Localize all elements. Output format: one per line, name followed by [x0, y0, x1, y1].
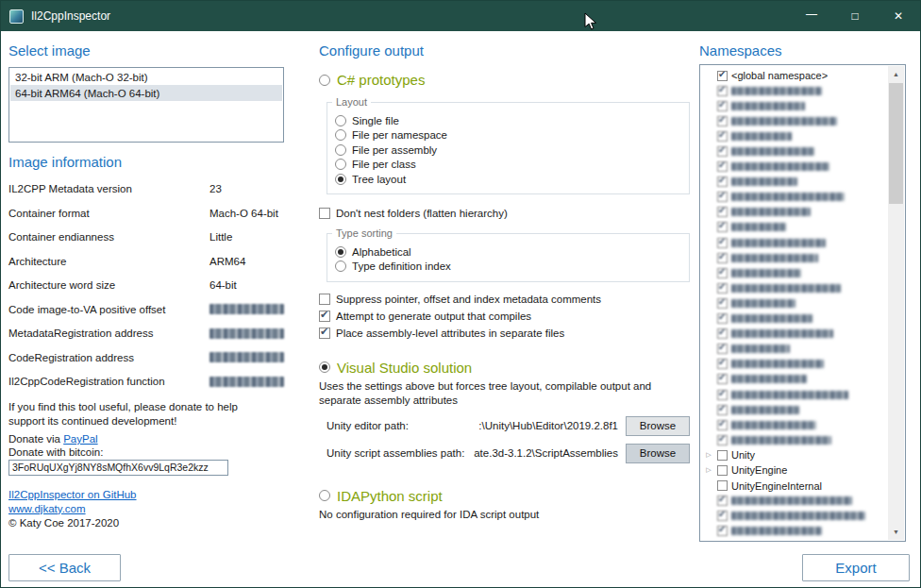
namespace-item-redacted[interactable] [702, 265, 887, 280]
checkbox-icon [717, 526, 728, 536]
namespace-item-redacted[interactable] [702, 113, 887, 128]
namespace-item-redacted[interactable] [702, 175, 887, 190]
redacted-content [717, 526, 822, 536]
layout-option[interactable]: File per assembly [335, 144, 681, 156]
expander-icon[interactable]: ▷ [704, 451, 713, 459]
info-row: CodeRegistration address [8, 352, 284, 363]
namespace-item-redacted[interactable] [702, 509, 887, 524]
namespace-item-redacted[interactable] [702, 83, 887, 98]
namespace-item-redacted[interactable] [702, 311, 887, 327]
layout-option-label: Tree layout [352, 174, 406, 185]
output-option-checkbox[interactable]: Suppress pointer, offset and index metad… [319, 294, 690, 305]
checkbox-icon [717, 465, 728, 476]
output-option-checkbox[interactable]: Attempt to generate output that compiles [319, 311, 690, 322]
scroll-down-icon[interactable]: ▼ [888, 524, 904, 540]
namespace-item-redacted[interactable] [702, 190, 887, 205]
radio-icon [335, 246, 346, 258]
unity-editor-path-value[interactable]: :\Unity\Hub\Editor\2019.2.8f1 [409, 420, 626, 431]
minimize-button[interactable]: — [790, 1, 833, 31]
layout-option[interactable]: Single file [335, 115, 681, 126]
checkbox-icon [717, 222, 728, 232]
namespace-item-redacted[interactable] [702, 250, 887, 265]
namespace-item-redacted[interactable] [702, 494, 887, 509]
github-link[interactable]: Il2CppInspector on GitHub [8, 489, 137, 500]
namespace-item-redacted[interactable] [702, 160, 887, 175]
type-sorting-option[interactable]: Type definition index [335, 260, 681, 272]
layout-options: Single fileFile per namespaceFile per as… [335, 115, 681, 185]
idapython-radio[interactable]: IDAPython script [319, 488, 690, 504]
redacted-text [731, 375, 807, 383]
layout-option[interactable]: Tree layout [335, 174, 681, 185]
flatten-hierarchy-checkbox[interactable]: Don't nest folders (flatten hierarchy) [319, 208, 690, 219]
titlebar[interactable]: Il2CppInspector — □ ✕ [1, 1, 920, 31]
csharp-prototypes-radio[interactable]: C# prototypes [319, 72, 690, 88]
namespace-item-redacted[interactable] [702, 432, 887, 447]
namespace-item-redacted[interactable] [702, 387, 887, 402]
namespace-item[interactable]: <global namespace> [702, 68, 887, 83]
image-list[interactable]: 32-bit ARM (Mach-O 32-bit)64-bit ARM64 (… [8, 67, 284, 143]
visual-studio-radio[interactable]: Visual Studio solution [319, 360, 690, 376]
namespace-item[interactable]: ▷Unity [702, 447, 887, 462]
radio-icon [335, 174, 346, 185]
expander-icon[interactable]: ▷ [704, 466, 713, 474]
unity-editor-browse-button[interactable]: Browse [626, 416, 690, 436]
bitcoin-address-input[interactable] [8, 460, 228, 476]
paypal-link[interactable]: PayPal [63, 433, 97, 445]
redacted-text [731, 162, 829, 171]
type-sorting-option-label: Alphabetical [352, 246, 411, 258]
redacted-text [731, 391, 848, 399]
layout-option[interactable]: File per class [335, 159, 681, 170]
namespace-item-redacted[interactable] [702, 205, 887, 220]
type-sorting-option[interactable]: Alphabetical [335, 246, 681, 258]
namespace-item-redacted[interactable] [702, 295, 887, 311]
maximize-button[interactable]: □ [833, 1, 877, 31]
namespace-item-redacted[interactable] [702, 402, 887, 417]
left-panel: Select image 32-bit ARM (Mach-O 32-bit)6… [8, 39, 284, 529]
checkbox-icon [717, 450, 728, 461]
info-row: Code image-to-VA positive offset [8, 304, 284, 315]
scrollbar-thumb[interactable] [889, 83, 903, 204]
namespaces-panel: Namespaces <global namespace>▷Unity▷Unit… [699, 39, 914, 542]
namespace-item-redacted[interactable] [702, 98, 887, 113]
redacted-content [717, 374, 807, 384]
namespace-item-redacted[interactable] [702, 372, 887, 387]
radio-icon [319, 75, 330, 86]
output-option-checkbox[interactable]: Place assembly-level attributes in separ… [319, 328, 690, 339]
scroll-up-icon[interactable]: ▲ [888, 66, 904, 82]
namespace-item-redacted[interactable] [702, 357, 887, 372]
flatten-hierarchy-label: Don't nest folders (flatten hierarchy) [336, 208, 508, 219]
namespace-item-redacted[interactable] [702, 342, 887, 357]
namespace-item[interactable]: UnityEngineInternal [702, 479, 887, 494]
namespace-item-redacted[interactable] [702, 327, 887, 342]
namespace-scrollbar[interactable]: ▲ ▼ [888, 66, 904, 540]
namespace-item-redacted[interactable] [702, 220, 887, 235]
unity-script-assemblies-path-value[interactable]: ate.3d-3.1.2\ScriptAssemblies [464, 447, 626, 459]
image-list-item[interactable]: 32-bit ARM (Mach-O 32-bit) [10, 69, 282, 85]
configure-output-heading: Configure output [319, 42, 690, 59]
namespace-list[interactable]: <global namespace>▷Unity▷UnityEngineUnit… [699, 64, 906, 542]
layout-option[interactable]: File per namespace [335, 129, 681, 141]
info-value: Mach-O 64-bit [209, 208, 284, 219]
unity-script-assemblies-browse-button[interactable]: Browse [626, 444, 690, 463]
website-link[interactable]: www.djkaty.com [8, 503, 86, 514]
export-button[interactable]: Export [802, 554, 910, 581]
info-row: Container formatMach-O 64-bit [8, 208, 284, 219]
namespace-item-redacted[interactable] [702, 280, 887, 295]
select-image-heading: Select image [8, 42, 284, 59]
maximize-icon: □ [851, 9, 858, 23]
namespace-item-redacted[interactable] [702, 524, 887, 539]
namespace-item-redacted[interactable] [702, 235, 887, 250]
back-button[interactable]: << Back [8, 554, 121, 581]
type-sorting-group-title: Type sorting [332, 227, 396, 239]
redacted-content [717, 405, 799, 415]
namespace-label: Unity [731, 449, 755, 461]
namespace-item-redacted[interactable] [702, 143, 887, 159]
namespace-item-redacted[interactable] [702, 128, 887, 143]
redacted-content [717, 253, 818, 263]
close-button[interactable]: ✕ [877, 1, 920, 31]
redacted-text [731, 496, 852, 505]
namespace-item[interactable]: ▷UnityEngine [702, 462, 887, 478]
checkbox-icon [717, 101, 728, 111]
namespace-item-redacted[interactable] [702, 417, 887, 432]
image-list-item[interactable]: 64-bit ARM64 (Mach-O 64-bit) [10, 85, 282, 101]
